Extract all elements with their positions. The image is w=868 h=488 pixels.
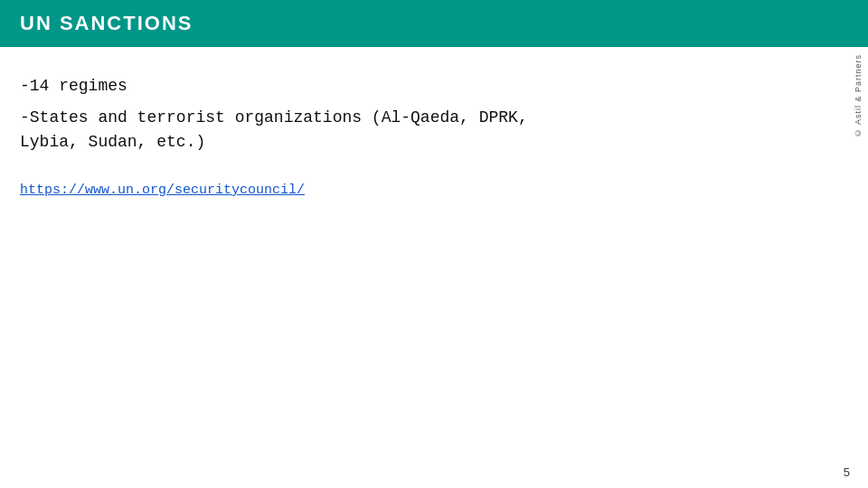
bullet-item-2-line2: Lybia, Sudan, etc.) (20, 133, 205, 151)
page-title: UN SANCTIONS (20, 12, 193, 35)
page-number: 5 (844, 465, 850, 479)
security-council-link[interactable]: https://www.un.org/securitycouncil/ (20, 183, 305, 198)
bullet-item-2: -States and terrorist organizations (Al-… (20, 106, 848, 155)
bullet-item-1: -14 regimes (20, 74, 848, 99)
header-bar: UN SANCTIONS (0, 0, 868, 47)
watermark: © Astil & Partners (854, 54, 863, 137)
bullet-item-2-line1: -States and terrorist organizations (Al-… (20, 108, 528, 127)
link-area: https://www.un.org/securitycouncil/ (20, 182, 848, 198)
content-area: -14 regimes -States and terrorist organi… (0, 47, 868, 198)
